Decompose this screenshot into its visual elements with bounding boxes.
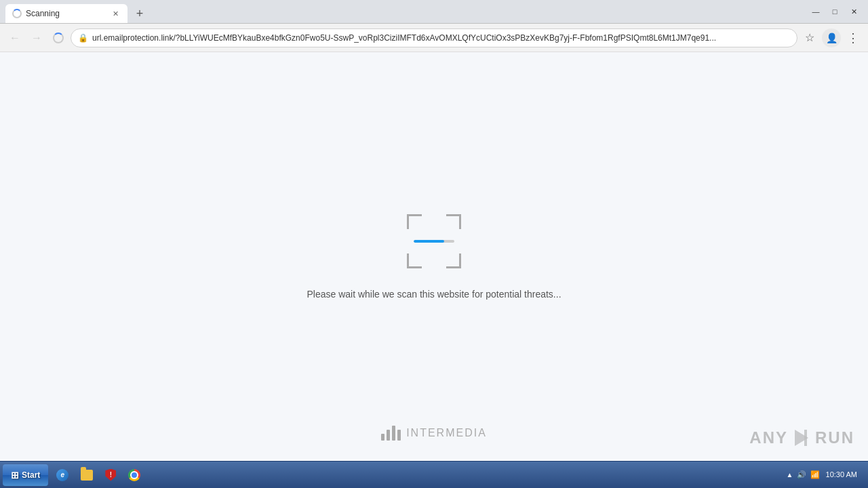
tab-close-button[interactable]: ✕ — [110, 8, 121, 19]
title-bar: Scanning ✕ + — □ ✕ — [0, 0, 868, 24]
window-controls: — □ ✕ — [807, 5, 863, 18]
chrome-icon — [128, 469, 140, 481]
page-content: Please wait while we scan this website f… — [0, 52, 868, 461]
anyrun-run-text: RUN — [815, 428, 854, 447]
scan-widget: Please wait while we scan this website f… — [307, 214, 561, 300]
bar-1 — [381, 434, 384, 441]
anyrun-watermark: ANY RUN — [749, 428, 854, 447]
taskbar-ie-button[interactable]: e — [51, 466, 74, 485]
forward-button[interactable]: → — [27, 28, 46, 47]
start-label: Start — [22, 470, 40, 480]
system-clock: 10:30 AM — [823, 470, 860, 479]
taskbar-chrome-button[interactable] — [123, 466, 146, 485]
loading-indicator — [53, 33, 64, 43]
scan-line-container — [414, 239, 454, 244]
bar-4 — [397, 430, 401, 441]
scan-frame — [407, 214, 461, 268]
intermedia-text: INTERMEDIA — [406, 427, 487, 439]
page-footer: INTERMEDIA — [0, 426, 868, 441]
bracket-top-right — [446, 214, 461, 229]
scan-message: Please wait while we scan this website f… — [307, 289, 561, 300]
new-tab-button[interactable]: + — [130, 4, 149, 23]
start-windows-icon: ⊞ — [11, 470, 19, 481]
scan-line-fill — [414, 240, 444, 243]
system-tray: ▲ 🔊 📶 10:30 AM — [781, 470, 865, 481]
bar-2 — [387, 430, 390, 441]
tab-loading-icon — [12, 9, 22, 18]
active-tab[interactable]: Scanning ✕ — [5, 4, 127, 23]
lock-icon: 🔒 — [78, 33, 88, 43]
tray-network-icon[interactable]: 📶 — [810, 470, 821, 481]
bar-3 — [392, 426, 395, 441]
close-button[interactable]: ✕ — [845, 5, 863, 18]
scan-line-background — [414, 240, 454, 243]
intermedia-bars-icon — [381, 426, 401, 441]
intermedia-logo: INTERMEDIA — [381, 426, 487, 441]
taskbar-items: e ! — [48, 466, 781, 485]
ie-icon: e — [56, 469, 68, 481]
folder-icon — [81, 470, 93, 481]
start-button[interactable]: ⊞ Start — [3, 464, 48, 486]
address-bar[interactable]: 🔒 url.emailprotection.link/?bLLYiWUEcMfB… — [71, 28, 797, 47]
bracket-bottom-left — [407, 253, 422, 268]
bookmark-button[interactable]: ☆ — [800, 28, 819, 47]
tray-speaker-icon[interactable]: 🔊 — [796, 470, 807, 481]
url-text: url.emailprotection.link/?bLLYiWUEcMfBYk… — [92, 33, 790, 43]
reload-stop-button[interactable] — [49, 28, 68, 47]
bracket-top-left — [407, 214, 422, 229]
taskbar-security-button[interactable]: ! — [100, 466, 121, 485]
maximize-button[interactable]: □ — [826, 5, 844, 18]
tab-strip: Scanning ✕ + — [5, 0, 807, 23]
anyrun-any-text: ANY — [749, 428, 788, 447]
tab-title: Scanning — [26, 9, 106, 18]
minimize-button[interactable]: — — [807, 5, 825, 18]
bracket-bottom-right — [446, 253, 461, 268]
taskbar-folder-button[interactable] — [75, 466, 98, 485]
back-button[interactable]: ← — [5, 28, 24, 47]
taskbar: ⊞ Start e ! ▲ 🔊 📶 10:30 AM — [0, 461, 868, 488]
anyrun-play-icon — [792, 428, 811, 447]
shield-icon: ! — [105, 469, 116, 481]
menu-button[interactable]: ⋮ — [844, 28, 863, 47]
tray-expand-arrow[interactable]: ▲ — [787, 471, 793, 479]
profile-button[interactable]: 👤 — [822, 28, 841, 47]
browser-toolbar: ← → 🔒 url.emailprotection.link/?bLLYiWUE… — [0, 24, 868, 52]
